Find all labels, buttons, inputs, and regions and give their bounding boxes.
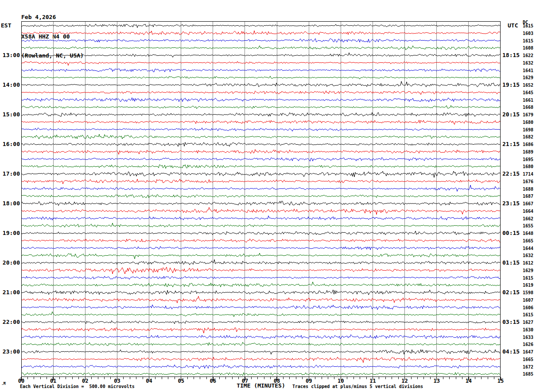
dc-offset-value: 1647 — [523, 350, 533, 354]
seismogram-trace-row — [21, 373, 501, 376]
est-hour-label: 20:00 — [0, 260, 20, 266]
dc-offset-value: 1682 — [523, 135, 533, 139]
seismogram-trace-row — [21, 260, 501, 265]
est-hour-label: 18:00 — [0, 200, 20, 207]
seismogram-trace-row — [21, 150, 501, 154]
seismogram-trace-row — [21, 321, 501, 324]
seismogram-trace-row — [21, 253, 501, 259]
seismogram-trace-row — [21, 98, 501, 102]
dc-offset-value: 1679 — [523, 112, 533, 117]
seismogram-trace-row — [21, 46, 501, 50]
seismogram-trace-row — [21, 342, 501, 346]
title-date: Feb 4,2026 — [21, 14, 84, 21]
seismogram-trace-row — [21, 239, 501, 242]
seismogram-trace-row — [21, 61, 501, 65]
minute-tick-label: 03 — [110, 378, 124, 384]
utc-hour-label: 03:15 — [502, 319, 520, 325]
seismogram-trace-row — [21, 201, 501, 205]
dc-offset-value: 1652 — [523, 83, 533, 88]
utc-hour-label: 01:15 — [502, 260, 520, 266]
seismogram-trace-row — [21, 91, 501, 95]
dc-offset-value: 1686 — [523, 142, 533, 147]
seismogram-trace-row — [21, 334, 501, 339]
dc-offset-value: 1644 — [523, 246, 533, 251]
seismogram-traces-svg — [21, 21, 501, 377]
dc-offset-value: 1661 — [523, 98, 533, 103]
est-hour-label: 22:00 — [0, 319, 20, 325]
utc-hour-label: 22:15 — [502, 171, 520, 177]
dc-offset-value: 1687 — [523, 194, 533, 199]
seismogram-trace-row — [21, 171, 501, 177]
seismogram-trace-row — [21, 365, 501, 369]
left-axis-header: EST — [1, 22, 11, 29]
dc-offset-value: 1608 — [523, 46, 533, 50]
corner-mark: .M — [1, 382, 6, 386]
minute-tick-label: 09 — [302, 378, 315, 384]
est-hour-label: 19:00 — [0, 230, 20, 236]
seismogram-trace-row — [21, 105, 501, 108]
seismogram-plot — [21, 21, 501, 377]
utc-hour-label: 04:15 — [502, 349, 520, 355]
dc-offset-value: 1688 — [523, 187, 533, 192]
dc-offset-value: 1698 — [523, 127, 533, 132]
dc-offset-value: 1615 — [523, 276, 533, 281]
dc-offset-value: 1655 — [523, 223, 533, 228]
dc-offset-value: 1619 — [523, 283, 533, 288]
seismogram-trace-row — [21, 112, 501, 116]
vertical-division-note: Each Vertical Division = 500.00 microvol… — [20, 384, 135, 389]
dc-offset-value: 1627 — [523, 320, 533, 325]
seismogram-trace-row — [21, 165, 501, 169]
right-axis-header: UTC — [508, 22, 518, 29]
dc-offset-value: 1615 — [523, 23, 533, 28]
minute-tick-label: 04 — [143, 378, 156, 384]
seismogram-trace-row — [21, 296, 501, 303]
dc-offset-value: 1667 — [523, 201, 533, 206]
minute-tick-label: 11 — [366, 378, 379, 384]
minute-tick-label: 05 — [175, 378, 188, 384]
dc-offset-value: 1664 — [523, 209, 533, 214]
seismogram-trace-row — [21, 282, 501, 287]
dc-offset-value: 1672 — [523, 365, 533, 369]
dc-offset-value: 1676 — [523, 179, 533, 184]
minute-tick-label: 14 — [462, 378, 475, 384]
seismogram-trace-row — [21, 134, 501, 139]
dc-offset-value: 1632 — [523, 61, 533, 65]
dc-offset-value: 1615 — [523, 38, 533, 43]
dc-offset-value: 1615 — [523, 312, 533, 317]
minute-tick-label: 12 — [398, 378, 412, 384]
utc-hour-label: 21:15 — [502, 141, 520, 147]
plot-frame — [22, 22, 501, 377]
dc-offset-value: 1632 — [523, 253, 533, 258]
est-hour-label: 13:00 — [0, 52, 20, 58]
dc-offset-value: 1629 — [523, 268, 533, 273]
minute-tick-label: 01 — [47, 378, 60, 384]
est-hour-label: 16:00 — [0, 141, 20, 147]
webicorder-page: Feb 4,2026 X58A HHZ N4 00 (Rowland, NC, … — [0, 0, 536, 392]
minute-tick-label: 00 — [15, 378, 28, 384]
dc-offset-value: 1665 — [523, 357, 533, 362]
est-hour-label: 14:00 — [0, 82, 20, 88]
dc-offset-value: 1622 — [523, 53, 533, 58]
seismogram-trace-row — [21, 24, 501, 27]
dc-offset-value: 1607 — [523, 298, 533, 303]
seismogram-trace-row — [21, 267, 501, 274]
est-hour-label: 21:00 — [0, 289, 20, 296]
est-hour-label: 15:00 — [0, 111, 20, 118]
minute-tick-label: 15 — [494, 378, 507, 384]
minute-tick-label: 10 — [334, 378, 347, 384]
dc-offset-value: 1606 — [523, 305, 533, 310]
seismogram-trace-row — [21, 185, 501, 191]
seismogram-trace-row — [21, 312, 501, 317]
dc-offset-value: 1648 — [523, 231, 533, 236]
seismogram-trace-row — [21, 128, 501, 131]
seismogram-trace-row — [21, 290, 501, 295]
dc-offset-value: 1612 — [523, 261, 533, 265]
seismogram-trace-row — [21, 142, 501, 147]
clipping-note: Traces clipped at plus/minus 5 vertical … — [292, 384, 423, 389]
dc-offset-value: 1641 — [523, 68, 533, 73]
utc-hour-label: 18:15 — [502, 52, 520, 58]
minute-tick-label: 13 — [430, 378, 443, 384]
dc-offset-value: 1685 — [523, 372, 533, 377]
seismogram-trace-row — [21, 216, 501, 220]
utc-hour-label: 19:15 — [502, 82, 520, 88]
